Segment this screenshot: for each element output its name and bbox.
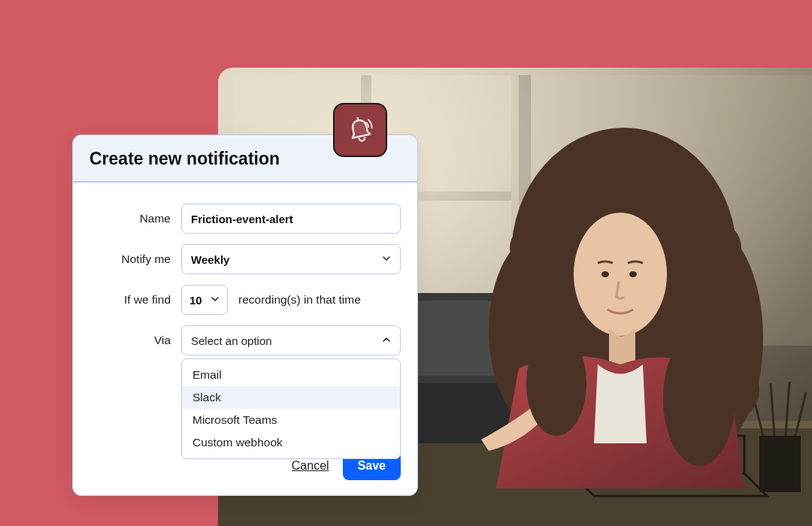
row-threshold: If we find 10 recording(s) in that time (89, 285, 401, 315)
svg-rect-19 (759, 436, 801, 492)
cancel-button[interactable]: Cancel (292, 459, 329, 473)
create-notification-modal: Create new notification Name Notify me W… (72, 135, 418, 496)
via-option-microsoft-teams[interactable]: Microsoft Teams (182, 409, 400, 431)
svg-point-35 (601, 271, 609, 277)
svg-point-30 (687, 221, 741, 275)
notification-bell-badge (333, 103, 387, 157)
via-option-email[interactable]: Email (182, 364, 400, 386)
row-notify-me: Notify me Weekly (89, 244, 401, 274)
label-via: Via (89, 334, 171, 347)
notify-me-value: Weekly (191, 253, 229, 266)
row-via: Via Select an option Email Slack Microso… (89, 325, 401, 355)
via-dropdown-list: Email Slack Microsoft Teams Custom webho… (181, 358, 401, 459)
threshold-suffix: recording(s) in that time (238, 293, 361, 307)
chevron-up-icon (382, 335, 391, 346)
svg-point-37 (526, 331, 586, 436)
via-option-slack[interactable]: Slack (182, 386, 400, 409)
via-placeholder: Select an option (191, 334, 272, 347)
svg-point-27 (556, 158, 601, 203)
via-select[interactable]: Select an option (181, 325, 401, 355)
via-option-custom-webhook[interactable]: Custom webhook (182, 431, 400, 454)
label-notify-me: Notify me (89, 252, 171, 266)
label-name: Name (89, 212, 171, 225)
svg-point-28 (614, 140, 665, 191)
svg-point-38 (663, 331, 735, 466)
chevron-down-icon (211, 295, 220, 306)
svg-line-39 (358, 118, 359, 121)
svg-point-31 (510, 224, 558, 272)
name-input[interactable] (181, 204, 401, 234)
threshold-count-select[interactable]: 10 (181, 285, 228, 315)
bell-icon (344, 113, 377, 147)
svg-point-34 (574, 213, 667, 336)
label-threshold: If we find (89, 293, 171, 307)
svg-point-29 (660, 171, 708, 219)
modal-body: Name Notify me Weekly If we find 10 reco… (73, 183, 417, 363)
notify-me-select[interactable]: Weekly (181, 244, 401, 274)
svg-point-36 (629, 271, 637, 277)
chevron-down-icon (382, 254, 391, 265)
threshold-count-value: 10 (189, 294, 202, 307)
row-name: Name (89, 204, 401, 234)
